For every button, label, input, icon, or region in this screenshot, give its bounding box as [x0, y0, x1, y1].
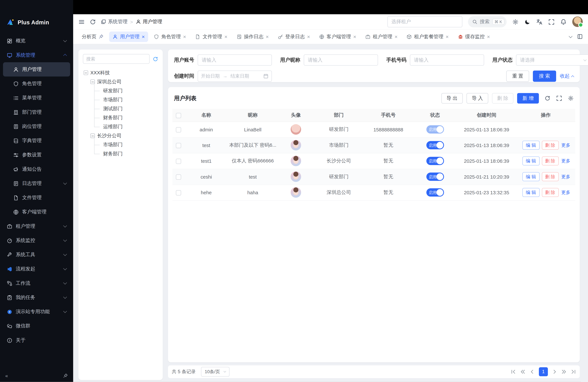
row-checkbox[interactable]	[176, 174, 181, 180]
refresh-table-button[interactable]	[545, 95, 551, 101]
sidebar-item[interactable]: 租户管理	[3, 219, 70, 233]
sidebar-item[interactable]: 演示站专用功能	[3, 305, 70, 319]
tab-item[interactable]: 文件管理×	[192, 31, 231, 42]
pin-sidebar-icon[interactable]	[63, 373, 68, 378]
tab-item[interactable]: 登录日志×	[274, 31, 314, 42]
filter-text-input[interactable]: 请输入	[304, 54, 378, 66]
row-checkbox[interactable]	[176, 159, 181, 164]
status-toggle[interactable]: 启用	[426, 125, 444, 134]
tabs-dropdown-icon[interactable]	[569, 34, 572, 38]
page-prev-button[interactable]	[529, 369, 535, 374]
sidebar-item[interactable]: 关于	[3, 333, 70, 347]
sidebar-subitem[interactable]: 菜单管理	[3, 91, 70, 105]
page-next-button[interactable]	[552, 369, 557, 374]
tab-item[interactable]: 分析页	[78, 31, 107, 42]
tabs-expand-icon[interactable]	[577, 34, 583, 39]
collapse-sidebar-button[interactable]: «	[5, 373, 8, 378]
export-button[interactable]: 导 出	[441, 93, 463, 104]
bell-icon[interactable]	[560, 19, 567, 25]
date-range-input[interactable]: 开始日期 → 结束日期	[198, 71, 272, 82]
tree-node[interactable]: 财务部门	[83, 149, 158, 158]
global-search-button[interactable]: 搜索 ⌘ K	[468, 16, 506, 27]
gear-icon[interactable]	[512, 19, 519, 25]
page-fast-prev-button[interactable]	[520, 369, 525, 374]
filter-text-input[interactable]: 请输入	[410, 54, 484, 66]
breadcrumb-item-system[interactable]: 系统管理	[101, 19, 127, 25]
dark-mode-moon-icon[interactable]	[524, 19, 531, 25]
sidebar-subitem[interactable]: 字典管理	[3, 133, 70, 148]
sidebar-subitem[interactable]: 日志管理	[3, 176, 70, 191]
close-tab-icon[interactable]: ×	[446, 34, 449, 39]
status-toggle[interactable]: 启用	[426, 141, 444, 149]
sidebar-subitem[interactable]: 角色管理	[3, 76, 70, 91]
row-checkbox[interactable]	[176, 143, 181, 148]
sidebar-item[interactable]: 工作流	[3, 276, 70, 290]
edit-button[interactable]: 编 辑	[523, 141, 540, 150]
current-page-button[interactable]: 1	[539, 367, 548, 376]
edit-button[interactable]: 编 辑	[523, 188, 540, 197]
sidebar-subitem[interactable]: 用户管理	[3, 62, 70, 76]
close-tab-icon[interactable]: ×	[142, 34, 145, 39]
close-tab-icon[interactable]: ×	[266, 34, 269, 39]
status-toggle[interactable]: 启用	[426, 172, 444, 181]
sidebar-subitem[interactable]: 文件管理	[3, 191, 70, 205]
sidebar-subitem[interactable]: 岗位管理	[3, 119, 70, 133]
import-button[interactable]: 导 入	[466, 93, 488, 104]
tab-item[interactable]: 用户管理×	[109, 31, 148, 42]
row-checkbox[interactable]	[176, 190, 181, 195]
status-toggle[interactable]: 启用	[426, 188, 444, 197]
tab-item[interactable]: 角色管理×	[150, 31, 189, 42]
page-fast-next-button[interactable]	[561, 369, 567, 374]
sidebar-item[interactable]: 系统管理	[3, 48, 70, 62]
app-logo[interactable]: Plus Admin	[0, 14, 73, 31]
tab-item[interactable]: 客户端管理×	[316, 31, 360, 42]
filter-text-input[interactable]: 请输入	[198, 54, 272, 66]
delete-row-button[interactable]: 删 除	[542, 188, 559, 197]
delete-row-button[interactable]: 删 除	[542, 172, 559, 181]
search-button[interactable]: 搜 索	[533, 71, 556, 82]
tree-search-input[interactable]: 搜索	[83, 54, 150, 64]
sidebar-item[interactable]: 系统工具	[3, 248, 70, 262]
table-settings-button[interactable]	[568, 95, 574, 101]
select-all-checkbox[interactable]	[176, 113, 181, 118]
tree-node[interactable]: XXX科技	[83, 68, 158, 77]
translate-icon[interactable]	[536, 19, 543, 25]
tab-item[interactable]: 缓存监控×	[454, 31, 493, 42]
hamburger-icon[interactable]	[78, 19, 85, 25]
sidebar-item[interactable]: 系统监控	[3, 233, 70, 248]
tenant-select[interactable]: 选择租户	[387, 16, 462, 27]
refresh-page-icon[interactable]	[90, 19, 96, 25]
more-button[interactable]: 更多	[561, 158, 570, 163]
edit-button[interactable]: 编 辑	[523, 156, 540, 165]
tab-item[interactable]: 操作日志×	[233, 31, 272, 42]
reset-button[interactable]: 重 置	[506, 71, 529, 82]
close-tab-icon[interactable]: ×	[307, 34, 310, 39]
sidebar-item[interactable]: 微信群	[3, 319, 70, 333]
page-first-button[interactable]	[511, 369, 516, 374]
breadcrumb-item-users[interactable]: 用户管理	[136, 19, 162, 25]
add-button[interactable]: 新 增	[517, 93, 539, 104]
status-toggle[interactable]: 启用	[426, 157, 444, 165]
sidebar-subitem[interactable]: 参数设置	[3, 148, 70, 162]
page-size-select[interactable]: 10条/页	[201, 367, 229, 377]
close-tab-icon[interactable]: ×	[224, 34, 228, 39]
fullscreen-table-button[interactable]	[556, 95, 562, 101]
sidebar-item[interactable]: 概览	[3, 34, 70, 48]
collapse-node-icon[interactable]	[84, 71, 88, 75]
tab-item[interactable]: 租户管理×	[362, 31, 401, 42]
sidebar-subitem[interactable]: 客户端管理	[3, 205, 70, 219]
sidebar-subitem[interactable]: 部门管理	[3, 105, 70, 119]
delete-row-button[interactable]: 删 除	[542, 141, 559, 150]
close-tab-icon[interactable]: ×	[183, 34, 186, 39]
more-button[interactable]: 更多	[561, 190, 570, 195]
sidebar-item[interactable]: 我的任务	[3, 290, 70, 305]
delete-row-button[interactable]: 删 除	[542, 156, 559, 165]
close-tab-icon[interactable]: ×	[353, 34, 357, 39]
collapse-filter-link[interactable]: 收起	[560, 73, 574, 79]
tree-node[interactable]: 运维部门	[83, 122, 158, 131]
sidebar-subitem[interactable]: 通知公告	[3, 162, 70, 176]
sidebar-item[interactable]: 流程发起	[3, 262, 70, 276]
delete-button[interactable]: 删 除	[492, 93, 514, 104]
more-button[interactable]: 更多	[561, 142, 570, 148]
close-tab-icon[interactable]: ×	[487, 34, 490, 39]
